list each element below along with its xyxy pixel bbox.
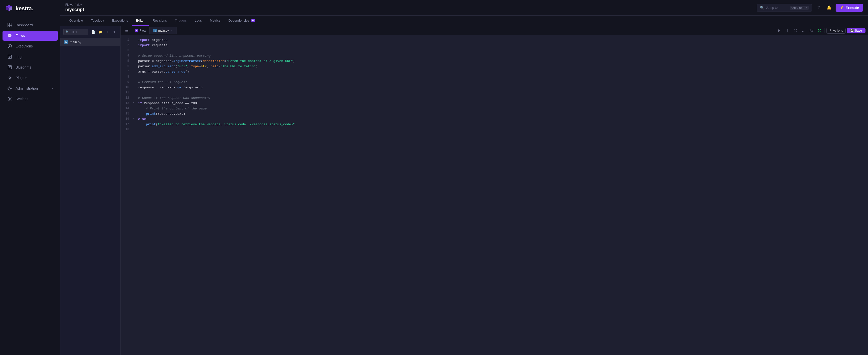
- save-icon: 💾: [850, 29, 854, 32]
- actions-button[interactable]: ⋮ Actions: [826, 28, 846, 34]
- line-number: 5: [121, 59, 133, 64]
- toolbar-divider: [825, 28, 825, 33]
- breadcrumb-flows[interactable]: Flows: [65, 3, 73, 6]
- tab-executions[interactable]: Executions: [108, 15, 132, 26]
- svg-marker-22: [778, 29, 780, 32]
- logs-icon: [7, 55, 12, 59]
- tab-executions-label: Executions: [112, 19, 128, 22]
- editor-area: 🔍 Filter 📄 📁 + ⬆: [60, 26, 868, 355]
- code-line: 16 ∨ else:: [121, 117, 868, 122]
- filter-label: Filter: [70, 30, 78, 34]
- code-line: 15 print(response.text): [121, 111, 868, 117]
- add-button[interactable]: +: [104, 29, 110, 35]
- sidebar-item-settings[interactable]: Settings: [2, 94, 58, 104]
- code-tab-flow[interactable]: Flow: [131, 27, 150, 34]
- tab-dependencies-label: Dependencies: [228, 19, 249, 22]
- import-icon: ⬆: [113, 30, 116, 34]
- sidebar-item-plugins[interactable]: Plugins: [2, 73, 58, 83]
- help-button[interactable]: ?: [814, 4, 823, 12]
- sidebar-item-blueprints[interactable]: Blueprints: [2, 62, 58, 72]
- svg-marker-21: [135, 30, 137, 32]
- code-toolbar: ⋮ Actions 💾 Save: [776, 27, 868, 34]
- code-line: 12 # Check if the request was successful: [121, 96, 868, 101]
- line-number: 1: [121, 38, 133, 42]
- svg-point-20: [9, 98, 10, 100]
- tab-topology[interactable]: Topology: [87, 15, 108, 26]
- import-button[interactable]: ⬆: [111, 29, 117, 35]
- save-label: Save: [855, 29, 862, 32]
- list-item[interactable]: py main.py: [60, 38, 120, 46]
- code-tab-flow-label: Flow: [140, 29, 146, 32]
- header-actions: 🔍 Jump to... Ctrl/Cmd + K ? 🔔 ⚡ Execute: [757, 4, 863, 12]
- line-number: 13: [121, 101, 133, 106]
- svg-rect-29: [810, 30, 812, 32]
- flows-icon: [7, 33, 12, 38]
- sidebar-item-label-settings: Settings: [16, 97, 28, 101]
- sidebar-item-executions[interactable]: Executions: [2, 41, 58, 51]
- tab-dependencies[interactable]: Dependencies 0: [224, 15, 259, 26]
- code-line: 11: [121, 90, 868, 96]
- new-folder-icon: 📁: [98, 30, 102, 34]
- save-button[interactable]: 💾 Save: [847, 28, 866, 33]
- sidebar-item-label-dashboard: Dashboard: [16, 23, 33, 27]
- toolbar-play-button[interactable]: [776, 27, 783, 34]
- new-file-button[interactable]: 📄: [90, 29, 96, 35]
- jump-to-button[interactable]: 🔍 Jump to... Ctrl/Cmd + K: [757, 4, 812, 12]
- administration-icon: [7, 86, 12, 91]
- line-number: 11: [121, 90, 133, 95]
- code-line: 14 # Print the content of the page: [121, 106, 868, 111]
- svg-marker-12: [9, 45, 11, 47]
- svg-rect-3: [8, 23, 9, 25]
- jump-to-label: Jump to...: [766, 6, 780, 9]
- toolbar-split-button[interactable]: [784, 27, 791, 34]
- notifications-button[interactable]: 🔔: [825, 4, 833, 12]
- line-number: 10: [121, 85, 133, 90]
- filter-input[interactable]: 🔍 Filter: [63, 29, 88, 35]
- sidebar-item-flows[interactable]: Flows: [2, 31, 58, 41]
- line-number: 3: [121, 48, 133, 53]
- code-line: 10 response = requests.get(args.url): [121, 85, 868, 90]
- tab-editor[interactable]: Editor: [132, 15, 149, 26]
- logo-text: kestra.: [16, 5, 33, 12]
- code-editor[interactable]: 1 import argparse 2 import requests 3 4: [121, 35, 868, 355]
- toolbar-check-button[interactable]: [816, 27, 823, 34]
- toolbar-copy-button[interactable]: [808, 27, 815, 34]
- sidebar-item-administration[interactable]: Administration ›: [2, 83, 58, 93]
- tab-revisions[interactable]: Revisions: [149, 15, 171, 26]
- code-line: 5 parser = argparse.ArgumentParser(descr…: [121, 59, 868, 64]
- search-icon: 🔍: [760, 6, 764, 9]
- tab-overview[interactable]: Overview: [65, 15, 87, 26]
- sidebar-toggle-button[interactable]: ☰: [123, 26, 131, 35]
- tab-metrics[interactable]: Metrics: [206, 15, 224, 26]
- code-line: 2 import requests: [121, 43, 868, 48]
- line-number: 16: [121, 117, 133, 122]
- new-folder-button[interactable]: 📁: [97, 29, 103, 35]
- breadcrumb-path: Flows / dev: [65, 3, 84, 6]
- tab-triggers: Triggers: [171, 15, 191, 26]
- line-number: 15: [121, 111, 133, 116]
- sidebar-item-dashboard[interactable]: Dashboard: [2, 20, 58, 30]
- toggle-icon: ☰: [125, 28, 129, 33]
- svg-point-8: [10, 34, 11, 35]
- line-number: 2: [121, 43, 133, 48]
- actions-dots-icon: ⋮: [829, 29, 832, 32]
- code-tab-main-py-label: main.py: [158, 29, 169, 32]
- tab-logs[interactable]: Logs: [191, 15, 206, 26]
- top-header: Flows / dev myscript 🔍 Jump to... Ctrl/C…: [60, 0, 868, 15]
- close-tab-button[interactable]: ×: [170, 29, 173, 32]
- line-number: 4: [121, 54, 133, 58]
- toolbar-expand-button[interactable]: [792, 27, 799, 34]
- code-line: 4 # Setup command line argument parsing: [121, 54, 868, 59]
- jump-to-shortcut: Ctrl/Cmd + K: [790, 6, 809, 10]
- sidebar-item-label-plugins: Plugins: [16, 76, 27, 80]
- execute-button[interactable]: ⚡ Execute: [836, 4, 863, 12]
- svg-rect-27: [802, 31, 803, 32]
- line-number: 8: [121, 74, 133, 79]
- code-tab-main-py[interactable]: py main.py ×: [150, 27, 177, 34]
- sidebar-item-label-executions: Executions: [16, 44, 33, 48]
- tab-revisions-label: Revisions: [153, 19, 167, 22]
- sidebar-item-logs[interactable]: Logs: [2, 52, 58, 62]
- toolbar-columns-button[interactable]: [800, 27, 807, 34]
- breadcrumb-namespace[interactable]: dev: [77, 3, 82, 6]
- tabs-bar: Overview Topology Executions Editor Revi…: [60, 15, 868, 26]
